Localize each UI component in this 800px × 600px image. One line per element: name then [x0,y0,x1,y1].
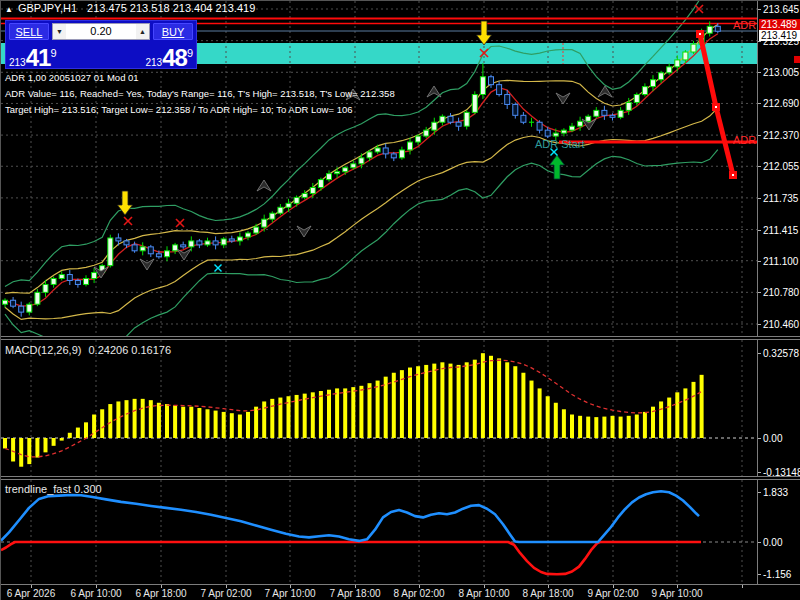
adr-low-line-label: ADR [733,134,756,146]
trendline-blue [1,491,699,542]
axis-tick [758,492,761,493]
yellow-down-arrow-marker [477,21,492,45]
price-tick-label: 212.055 [763,161,799,172]
time-tick-label: 6 Apr 18:00 [135,588,186,599]
time-tick-label: 8 Apr 18:00 [522,588,573,599]
trendline-pane-svg[interactable] [1,480,757,584]
pane-separator[interactable] [1,336,800,340]
time-tick-label: 7 Apr 10:00 [264,588,315,599]
macd-pane-svg[interactable] [1,340,757,476]
time-axis[interactable]: 6 Apr 20266 Apr 10:006 Apr 18:007 Apr 02… [1,584,800,600]
volume-decrease-icon[interactable]: ▼ [53,24,66,39]
price-tick-label: 211.415 [763,225,798,236]
axis-tick [758,9,761,10]
trend-tick-label: 1.833 [763,487,788,498]
macd-values: 0.24206 0.16176 [88,344,171,356]
pane-separator[interactable] [1,476,800,480]
axis-tick [758,198,761,199]
volume-input[interactable]: 0.20 [66,24,136,39]
time-tick-label: 8 Apr 10:00 [458,588,509,599]
price-tick-label: 211.735 [763,193,798,204]
green-up-arrow-marker [550,155,565,179]
trendline-red [1,542,701,574]
axis-tick [758,72,761,73]
axis-tick [758,542,761,543]
axis-tick [758,135,761,136]
adr-indicator-line2: ADR Value= 116, Reached= Yes, Today's Ra… [5,88,395,99]
axis-tick [758,103,761,104]
axis-tick [758,574,761,575]
buy-price-prefix: 213 [145,57,162,68]
price-tick-label: 210.780 [763,287,799,298]
collapse-objects-icon[interactable]: ▲ [5,5,13,14]
time-tick-label: 9 Apr 10:00 [651,588,702,599]
axis-tick [758,438,761,439]
ohlc-quote: 213.475 213.518 213.404 213.419 [87,2,255,14]
buy-price-sup: 9 [187,47,193,59]
macd-name: MACD(12,26,9) [5,344,81,356]
macd-tick-label: 0.32578 [763,348,799,359]
time-tick-label: 8 Apr 02:00 [393,588,444,599]
buy-button[interactable]: BUY [153,23,193,40]
axis-tick [758,261,761,262]
volume-stepper: ▼ 0.20 ▲ [52,23,150,40]
time-tick-label: 7 Apr 02:00 [200,588,251,599]
axis-alert-marker [794,56,800,63]
bid-price-box: 213.419 [759,30,800,41]
price-tick-label: 211.100 [763,256,798,267]
chart-title: ▲GBPJPY,H1213.475 213.518 213.404 213.41… [5,2,255,14]
macd-indicator-label: MACD(12,26,9) 0.24206 0.16176 [5,344,171,356]
trend-tick-label: 0.00 [763,537,782,548]
axis-tick [758,353,761,354]
sell-price-prefix: 213 [9,57,26,68]
axis-tick [758,230,761,231]
buy-price-big: 48 [162,44,187,71]
axis-tick [758,324,761,325]
trendline-indicator-label: trendline_fast 0.300 [5,483,102,495]
axis-tick [758,292,761,293]
time-tick-label: 7 Apr 18:00 [329,588,380,599]
symbol-timeframe: GBPJPY,H1 [18,2,77,14]
adr-start-label: ADR Start [535,138,585,150]
adr-indicator-line3: Target High= 213.516; Target Low= 212.35… [5,104,353,115]
adr-high-line-label: ADR [733,19,756,31]
trend-tick-label: -1.156 [763,569,791,580]
sell-button[interactable]: SELL [9,23,49,40]
yellow-down-arrow-marker [118,191,133,215]
time-tick [742,585,743,588]
macd-tick-label: 0.00 [763,433,782,444]
ask-price-box: 213.489 [759,19,800,30]
time-tick-label: 9 Apr 02:00 [587,588,638,599]
axis-tick [758,166,761,167]
buy-price[interactable]: 213489 [145,40,193,76]
price-tick-label: 212.370 [763,130,799,141]
sell-price[interactable]: 213419 [9,40,57,76]
macd-histogram [3,353,704,467]
time-tick-label: 6 Apr 2026 [7,588,55,599]
price-tick-label: 213.645 [763,4,799,15]
price-tick-label: 210.460 [763,319,799,330]
one-click-trading-panel: SELL ▼ 0.20 ▲ BUY 213419 213489 [5,20,197,69]
chart-window: ▲GBPJPY,H1213.475 213.518 213.404 213.41… [0,0,800,600]
time-tick-label: 6 Apr 10:00 [70,588,121,599]
sell-price-sup: 9 [50,47,56,59]
price-axis[interactable]: 213.489 213.419 213.645213.325213.005212… [757,1,800,584]
price-tick-label: 212.690 [763,98,799,109]
sell-price-big: 41 [26,44,51,71]
price-tick-label: 213.005 [763,67,799,78]
volume-increase-icon[interactable]: ▲ [136,24,149,39]
axis-tick [758,472,761,473]
